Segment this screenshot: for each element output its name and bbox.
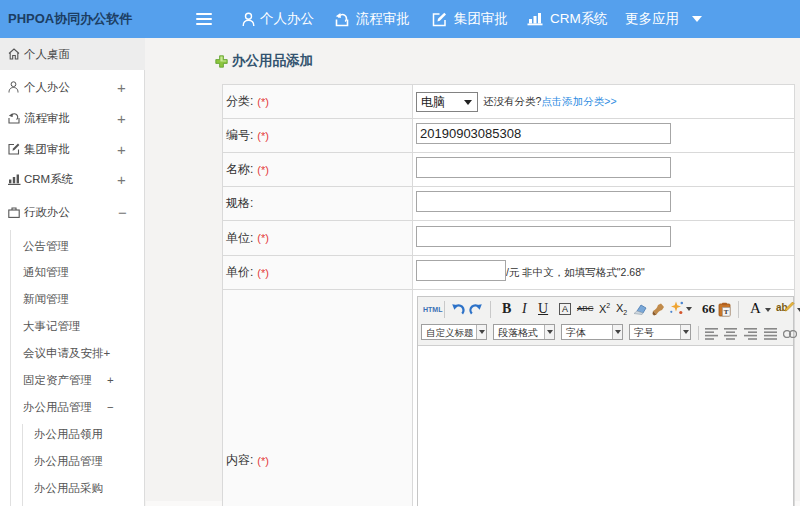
svg-text:T: T bbox=[724, 308, 729, 316]
